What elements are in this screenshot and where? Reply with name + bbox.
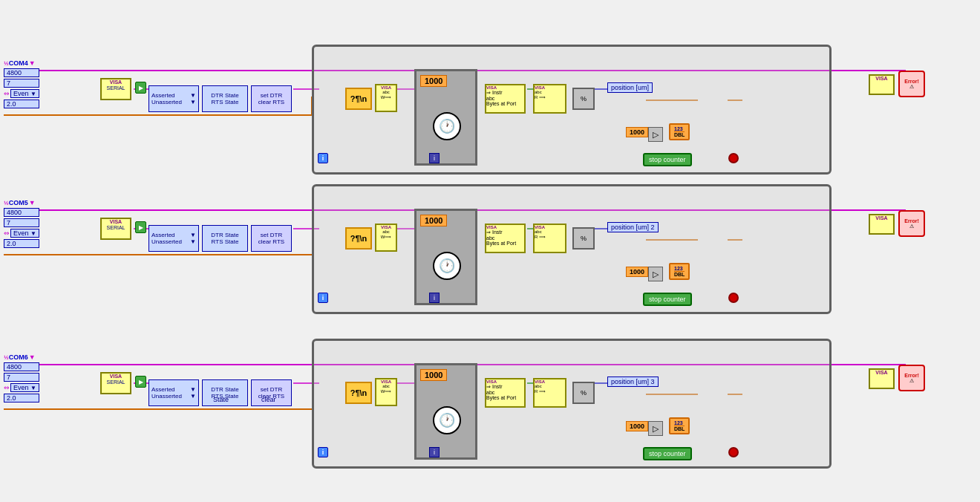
clock-1: 🕐 bbox=[433, 112, 461, 140]
comparator-3: ▷ bbox=[648, 421, 663, 436]
visa-close-2: VISA bbox=[869, 214, 895, 235]
timeout-val-1[interactable]: 1000 bbox=[420, 75, 447, 87]
set-clear-2: set DTR clear RTS bbox=[251, 225, 292, 252]
position-indicator-2: position [um] 2 bbox=[607, 222, 659, 232]
visa-read2-1: VISA abc R ⟹ bbox=[533, 84, 566, 114]
timeout-val-3[interactable]: 1000 bbox=[420, 369, 447, 381]
stop-counter-btn-1[interactable]: stop counter bbox=[643, 153, 692, 166]
value-indicator-1: 123 DBL bbox=[669, 123, 690, 140]
comparator-2: ▷ bbox=[648, 267, 663, 281]
visa-read-1: VISA ⇒ Instr abc Bytes at Port bbox=[485, 84, 526, 114]
dtr-state-2: DTR State RTS State bbox=[202, 225, 248, 252]
inner-loop-3: 1000 🕐 bbox=[414, 363, 477, 460]
visa-serial-3: VISA SERIAL bbox=[100, 372, 131, 394]
stop-indicator-2 bbox=[728, 293, 739, 303]
position-indicator-1: position [um] bbox=[607, 82, 653, 93]
parity-3[interactable]: Even ▼ bbox=[10, 383, 39, 392]
assert-block-3[interactable]: Asserted▼ Unasserted▼ bbox=[148, 379, 199, 406]
value-indicator-3: 123 DBL bbox=[669, 417, 690, 434]
percent-block-3: % bbox=[572, 382, 595, 404]
info-icon-1: i bbox=[318, 153, 328, 163]
while-loop-2: ?¶\n VISA abc W⟹ 1000 🕐 i VISA ⇒ Instr a… bbox=[312, 184, 832, 314]
visa-open-3[interactable]: ▶ bbox=[135, 376, 146, 388]
error-2: Error! ⚠ bbox=[898, 210, 925, 237]
while-loop-3: ?¶\n VISA abc W⟹ 1000 🕐 i VISA ⇒ Instr a… bbox=[312, 339, 832, 469]
visa-write-1: VISA abc W⟹ bbox=[375, 84, 397, 112]
visa-open-2[interactable]: ▶ bbox=[135, 221, 146, 233]
com4-control[interactable]: ½ COM4 ▼ bbox=[4, 59, 39, 67]
assert-block-2[interactable]: Asserted▼ Unasserted▼ bbox=[148, 225, 199, 252]
visa-write-2: VISA abc W⟹ bbox=[375, 224, 397, 252]
error-3: Error! ⚠ bbox=[898, 365, 925, 391]
query-block-3: ?¶\n bbox=[345, 382, 372, 404]
baud-rate-2[interactable]: 4800 bbox=[4, 208, 39, 217]
value-indicator-2: 123 DBL bbox=[669, 263, 690, 280]
comp-val-1[interactable]: 1000 bbox=[626, 127, 648, 137]
timeout-val-2[interactable]: 1000 bbox=[420, 215, 447, 226]
data-bits-3[interactable]: 7 bbox=[4, 373, 39, 382]
query-block-1: ?¶\n bbox=[345, 88, 372, 110]
info-icon-3: i bbox=[318, 447, 328, 457]
visa-open-1[interactable]: ▶ bbox=[135, 82, 146, 94]
assert-block-1[interactable]: Asserted▼ Unasserted▼ bbox=[148, 85, 199, 112]
visa-write-3: VISA abc W⟹ bbox=[375, 378, 397, 406]
data-bits[interactable]: 7 bbox=[4, 79, 39, 88]
inner-loop-1: 1000 🕐 bbox=[414, 69, 477, 166]
position-indicator-3: position [um] 3 bbox=[607, 376, 659, 387]
clock-2: 🕐 bbox=[433, 252, 461, 280]
version-3: 2.0 bbox=[4, 394, 39, 402]
clear-label: clear bbox=[261, 396, 276, 403]
comp-val-2[interactable]: 1000 bbox=[626, 267, 648, 277]
com6-control[interactable]: ½ COM6 ▼ bbox=[4, 353, 39, 361]
iteration-terminal-3: i bbox=[429, 447, 440, 457]
iteration-terminal-1: i bbox=[429, 153, 440, 163]
percent-block-1: % bbox=[572, 88, 595, 110]
iteration-terminal-2: i bbox=[429, 293, 440, 303]
clock-3: 🕐 bbox=[433, 406, 461, 434]
while-loop-1: ?¶\n VISA abc W⟹ 1000 🕐 i VISA ⇒ Instr a… bbox=[312, 45, 832, 175]
visa-read-3: VISA ⇒ Instr abc Bytes at Port bbox=[485, 378, 526, 408]
parity-2[interactable]: Even ▼ bbox=[10, 229, 39, 238]
visa-close-1: VISA bbox=[869, 74, 895, 95]
stop-counter-btn-3[interactable]: stop counter bbox=[643, 447, 692, 460]
stop-indicator-1 bbox=[728, 153, 739, 163]
version-2: 2.0 bbox=[4, 239, 39, 248]
visa-serial-2: VISA SERIAL bbox=[100, 218, 131, 240]
visa-serial-1: VISA SERIAL bbox=[100, 78, 131, 100]
stop-counter-btn-2[interactable]: stop counter bbox=[643, 293, 692, 306]
stop-indicator-3 bbox=[728, 447, 739, 457]
query-block-2: ?¶\n bbox=[345, 227, 372, 250]
data-bits-2[interactable]: 7 bbox=[4, 218, 39, 227]
comp-val-3[interactable]: 1000 bbox=[626, 421, 648, 431]
percent-block-2: % bbox=[572, 227, 595, 250]
baud-rate[interactable]: 4800 bbox=[4, 68, 39, 77]
version: 2.0 bbox=[4, 100, 39, 108]
dtr-state-1: DTR State RTS State bbox=[202, 85, 248, 112]
inner-loop-2: 1000 🕐 bbox=[414, 209, 477, 305]
com5-control[interactable]: ½ COM5 ▼ bbox=[4, 199, 39, 206]
main-canvas: COM4 ½ COM4 ▼ 4800 7 ⇔ Even ▼ 2.0 VISA S… bbox=[0, 0, 980, 502]
visa-close-3: VISA bbox=[869, 368, 895, 389]
state-label: State bbox=[213, 396, 229, 403]
parity[interactable]: Even ▼ bbox=[10, 89, 39, 98]
set-clear-1: set DTR clear RTS bbox=[251, 85, 292, 112]
comparator-1: ▷ bbox=[648, 127, 663, 142]
visa-read-2: VISA ⇒ Instr abc Bytes at Port bbox=[485, 224, 526, 253]
baud-rate-3[interactable]: 4800 bbox=[4, 362, 39, 371]
visa-read2-2: VISA abc R ⟹ bbox=[533, 224, 566, 253]
info-icon-2: i bbox=[318, 293, 328, 303]
visa-read2-3: VISA abc R ⟹ bbox=[533, 378, 566, 408]
error-1: Error! ⚠ bbox=[898, 71, 925, 97]
